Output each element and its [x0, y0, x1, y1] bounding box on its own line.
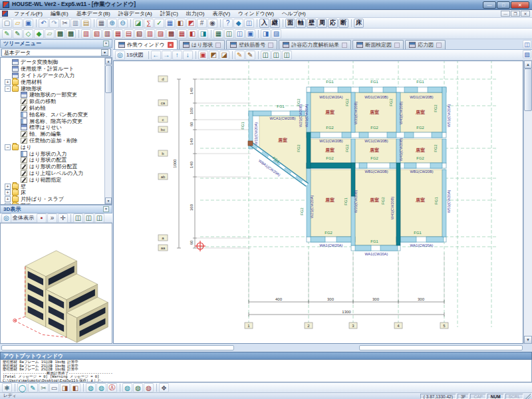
result-table-icon[interactable]: ▦ — [165, 19, 175, 28]
tree-expander-icon[interactable]: + — [5, 184, 11, 190]
wall-tool-5-icon[interactable]: ▤ — [124, 29, 134, 39]
button-dan-icon[interactable]: 断 — [338, 19, 348, 28]
floor-plan[interactable]: 14010060140140360601000dcacbcbabaaa40030… — [114, 61, 523, 343]
layer-red-icon[interactable]: ▣ — [198, 51, 208, 60]
tree-scroll-thumb[interactable] — [105, 65, 112, 93]
marker-cyan-1-icon[interactable]: ◍ — [86, 383, 96, 392]
mini-window-icon[interactable]: ◫ — [523, 40, 531, 49]
copy-icon[interactable]: ▥ — [70, 19, 80, 28]
resize-grip[interactable] — [525, 394, 531, 399]
view-grid-2-icon[interactable]: ◫ — [224, 29, 234, 39]
view-grid-4-icon[interactable]: ▣ — [245, 29, 255, 39]
mini-zoom-icon[interactable]: ▨ — [523, 50, 531, 59]
scroll-down-icon[interactable]: ▼ — [524, 336, 532, 344]
wall-tool-6-icon[interactable]: ▧ — [134, 29, 144, 39]
annotate-1-icon[interactable]: ✎ — [235, 51, 245, 60]
child-restore-button[interactable]: ❐ — [511, 11, 520, 17]
view-grid-1-icon[interactable]: ▦ — [213, 29, 223, 39]
button-shu-icon[interactable]: 周 — [317, 19, 327, 28]
check-icon[interactable]: ✓ — [154, 19, 164, 28]
button-yuka-icon[interactable]: 床 — [354, 19, 364, 28]
tree-item-タイトルデータの入力[interactable]: タイトルデータの入力 — [2, 72, 112, 79]
calc-run-icon[interactable]: ∑ — [144, 19, 154, 28]
scroll-up-icon[interactable]: ▲ — [524, 61, 532, 68]
wall-tool-2-icon[interactable]: ▧ — [92, 29, 102, 39]
grid-dark-2-icon[interactable]: ▩ — [66, 29, 76, 39]
iso-view-3-icon[interactable]: ◫ — [94, 213, 104, 223]
pan-right-icon[interactable]: → — [162, 51, 172, 60]
grid-dark-1-icon[interactable]: ▩ — [55, 29, 65, 39]
chevron-down-icon[interactable]: ▾ — [101, 49, 108, 56]
window-mode-icon[interactable]: ◫ — [244, 19, 254, 28]
3d-fit-label[interactable]: 全体表示 — [13, 214, 34, 221]
rect-tool-icon[interactable]: ▭ — [49, 383, 59, 392]
wall-tool-8-icon[interactable]: ▨ — [156, 29, 166, 39]
tree-expander-icon[interactable]: + — [5, 190, 11, 196]
menu-item-0[interactable]: ファイル(F) — [10, 11, 47, 17]
floor-view-2-icon[interactable]: ◫ — [271, 51, 281, 60]
menu-item-3[interactable]: 許容データ(A) — [114, 11, 156, 17]
canvas-scrollbar[interactable]: ▲ ▼ — [523, 61, 532, 344]
group-tool-icon[interactable]: ❖ — [159, 383, 169, 392]
tree-expander-icon[interactable]: + — [5, 79, 11, 85]
stress-view-icon[interactable]: ◩ — [186, 19, 196, 28]
button-kei-icon[interactable]: 継 — [270, 19, 280, 28]
menu-item-4[interactable]: 計算(C) — [156, 11, 182, 17]
snip-tool-icon[interactable]: ✂ — [39, 383, 49, 392]
slab-tool-icon[interactable]: ◨ — [198, 29, 208, 39]
more-chevron-icon[interactable]: » — [47, 213, 57, 223]
label-a-icon[interactable]: Ⓐ — [107, 383, 117, 392]
wall-tool-3-icon[interactable]: ▥ — [102, 29, 112, 39]
cut-icon[interactable]: ✂ — [60, 19, 70, 28]
iso-view-1-icon[interactable]: ◫ — [73, 213, 83, 223]
print-icon[interactable]: ▦ — [96, 19, 106, 28]
annotate-2-icon[interactable]: ✎ — [245, 51, 255, 60]
stop-red-icon[interactable]: ▪ — [37, 213, 47, 223]
fill-tool-2-icon[interactable]: ◧ — [70, 383, 80, 392]
marker-red-icon[interactable]: ◍ — [144, 383, 154, 392]
tree-item-使用材料[interactable]: +使用材料 — [2, 78, 112, 85]
pan-down-icon[interactable]: ↓ — [183, 51, 193, 60]
redo-icon[interactable]: ↷ — [49, 19, 59, 28]
tree-item-壁[interactable]: +壁 — [2, 183, 112, 190]
tree-item-はり範囲指定[interactable]: はり範囲指定 — [2, 176, 112, 183]
wall-tool-10-icon[interactable]: ▦ — [177, 29, 187, 39]
tree-expander-icon[interactable]: + — [5, 196, 11, 202]
floor-view-1-icon[interactable]: ◫ — [261, 51, 271, 60]
select-node-icon[interactable]: ◩ — [209, 51, 219, 60]
button-ou-icon[interactable]: 応 — [328, 19, 338, 28]
input-data-icon[interactable]: ◪ — [133, 19, 143, 28]
polyline-green-icon[interactable]: ◇ — [23, 29, 33, 39]
section-view-icon[interactable]: ◧ — [176, 19, 186, 28]
undo-icon[interactable]: ↶ — [39, 19, 49, 28]
open-folder-icon[interactable]: ▱ — [13, 19, 23, 28]
menu-item-2[interactable]: 基本データ(B) — [72, 11, 114, 17]
tab-許容応力度解析結果[interactable]: 許容応力度解析結果 — [279, 40, 351, 49]
left-hscrollbar[interactable] — [1, 345, 234, 350]
window-blue-2-icon[interactable]: ▨ — [271, 29, 281, 39]
view-grid-3-icon[interactable]: ◫ — [235, 29, 245, 39]
button-nyu-icon[interactable]: 入 — [259, 19, 269, 28]
maximize-button[interactable]: □ — [497, 1, 510, 9]
pencil-green-1-icon[interactable]: ✎ — [2, 29, 12, 39]
paste-icon[interactable]: ▤ — [81, 19, 91, 28]
save-icon[interactable]: ▣ — [23, 19, 33, 28]
pencil-green-2-icon[interactable]: ✎ — [13, 29, 23, 39]
marker-green-icon[interactable]: ◍ — [133, 383, 143, 392]
scroll-down-icon[interactable]: ▼ — [105, 198, 112, 204]
select-member-icon[interactable]: ◪ — [219, 51, 229, 60]
zoom-out-icon[interactable]: ⊖ — [118, 19, 128, 28]
canvas-scroll-thumb[interactable] — [524, 68, 532, 111]
pin-icon[interactable]: ◆ — [233, 19, 243, 28]
menu-item-5[interactable]: 出力(O) — [182, 11, 209, 17]
drawing-canvas[interactable]: 14010060140140360601000dcacbcbabaaa40030… — [113, 61, 523, 344]
child-minimize-button[interactable]: — — [501, 11, 510, 17]
wall-tool-1-icon[interactable]: ▥ — [81, 29, 91, 39]
tab-作業ウィンドウ[interactable]: 作業ウィンドウ× — [114, 39, 178, 49]
menu-item-1[interactable]: 編集(E) — [47, 11, 72, 17]
button-kabe-icon[interactable]: 壁 — [307, 19, 317, 28]
scroll-up-icon[interactable]: ▲ — [105, 58, 112, 65]
3d-close-icon[interactable]: × — [103, 206, 109, 212]
settings-icon[interactable]: ✱ — [2, 383, 12, 392]
button-jiku-icon[interactable]: 軸 — [296, 19, 306, 28]
